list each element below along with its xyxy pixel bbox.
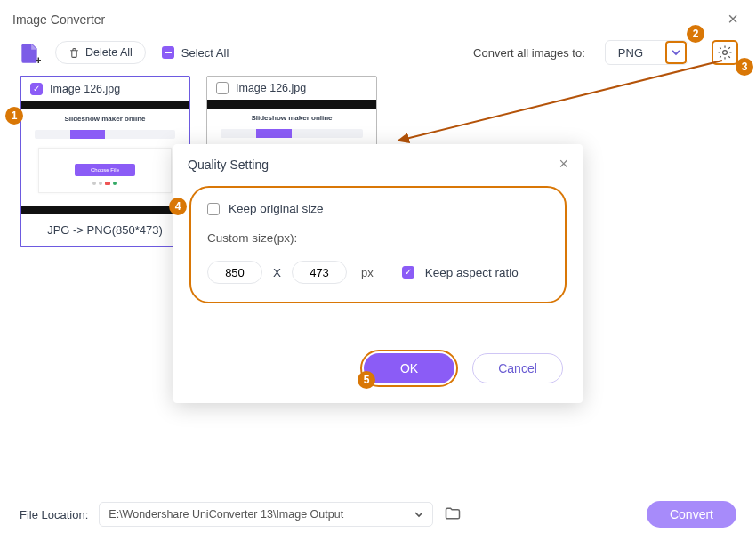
- quality-settings-button[interactable]: [712, 40, 738, 65]
- svg-text:+: +: [36, 53, 42, 65]
- window-title: Image Converter: [12, 12, 105, 27]
- keep-original-label: Keep original size: [229, 202, 324, 215]
- px-unit-label: px: [361, 266, 374, 279]
- annotation-badge-5: 5: [358, 371, 375, 389]
- custom-size-label: Custom size(px):: [207, 231, 297, 245]
- file-location-label: File Location:: [20, 508, 88, 521]
- image-thumbnail: Slideshow maker online Choose File: [21, 101, 189, 214]
- add-image-icon[interactable]: +: [18, 42, 39, 63]
- image-converter-window: Image Converter × + Delete All Select Al…: [0, 0, 756, 549]
- open-folder-button[interactable]: [444, 505, 462, 525]
- gear-icon: [717, 44, 733, 61]
- aspect-ratio-checkbox[interactable]: [402, 266, 414, 279]
- format-select[interactable]: PNG: [605, 40, 688, 65]
- select-all-label: Select All: [181, 46, 229, 60]
- image-filename: Image 126.jpg: [50, 83, 120, 95]
- trash-icon: [68, 47, 80, 59]
- image-item[interactable]: Image 126.jpg Slideshow maker online Cho…: [20, 76, 190, 247]
- format-caret-icon[interactable]: [665, 41, 687, 64]
- image-filename: Image 126.jpg: [236, 82, 306, 94]
- annotation-badge-2: 2: [687, 25, 704, 43]
- chevron-down-icon: [414, 510, 423, 519]
- dialog-close-button[interactable]: ×: [559, 155, 568, 174]
- delete-all-label: Delete All: [85, 46, 133, 59]
- convert-button[interactable]: Convert: [647, 501, 736, 528]
- file-location-path: E:\Wondershare UniConverter 13\Image Out…: [109, 508, 343, 521]
- annotation-badge-3: 3: [736, 58, 753, 76]
- toolbar: + Delete All Select All Convert all imag…: [0, 35, 756, 76]
- titlebar: Image Converter ×: [0, 0, 756, 35]
- annotation-badge-4: 4: [169, 198, 187, 215]
- quality-options-group: Keep original size Custom size(px): X px…: [189, 186, 567, 303]
- cancel-button[interactable]: Cancel: [472, 353, 563, 383]
- keep-original-checkbox[interactable]: [207, 203, 220, 215]
- aspect-ratio-label: Keep aspect ratio: [425, 266, 519, 279]
- select-all-checkbox-icon: [162, 46, 174, 59]
- footer-bar: File Location: E:\Wondershare UniConvert…: [0, 488, 756, 549]
- image-conversion-info: JPG -> PNG(850*473): [21, 214, 189, 246]
- annotation-badge-1: 1: [5, 107, 23, 125]
- width-input[interactable]: [207, 261, 262, 284]
- quality-setting-dialog: Quality Setting × Keep original size Cus…: [173, 144, 583, 403]
- svg-point-1: [723, 51, 728, 55]
- format-selected-value: PNG: [606, 46, 664, 60]
- ok-button[interactable]: OK: [364, 353, 454, 383]
- window-close-button[interactable]: ×: [722, 7, 744, 31]
- dimension-separator: X: [273, 266, 281, 279]
- select-all-toggle[interactable]: Select All: [162, 46, 229, 60]
- image-checkbox[interactable]: [30, 83, 43, 95]
- convert-all-label: Convert all images to:: [473, 46, 585, 60]
- delete-all-button[interactable]: Delete All: [55, 41, 146, 64]
- image-checkbox[interactable]: [216, 82, 229, 94]
- file-location-select[interactable]: E:\Wondershare UniConverter 13\Image Out…: [99, 502, 433, 527]
- dialog-title: Quality Setting: [188, 157, 269, 172]
- height-input[interactable]: [292, 261, 347, 284]
